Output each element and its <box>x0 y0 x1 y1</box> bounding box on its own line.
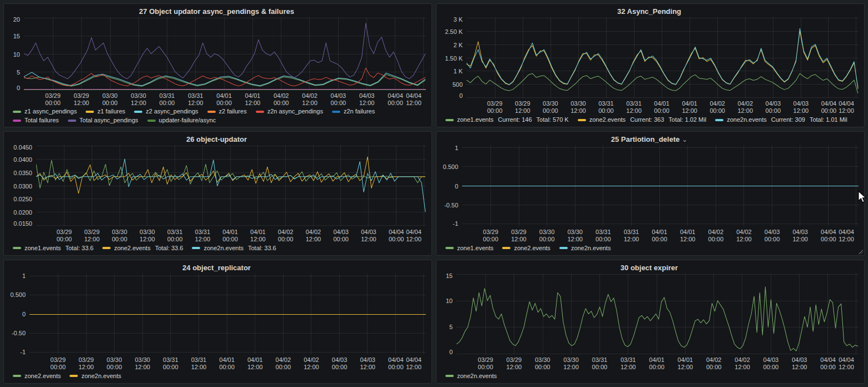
chart-area: -1-0.5000.5001 03/2900:0003/2912:0003/30… <box>7 274 426 371</box>
legend-item-z2-async-pendings[interactable]: z2 async_pendings <box>134 107 198 116</box>
panel-title-text: 24 object_replicator <box>182 264 251 272</box>
legend-item-z1-failures[interactable]: z1 failures <box>86 107 125 116</box>
panel-menu-chevron-icon[interactable]: ⌄ <box>682 136 687 143</box>
legend-item-zone2n-events[interactable]: zone2n.events <box>559 244 611 252</box>
x-tick-label: 03/3000:00 <box>538 100 563 115</box>
y-tick-label: 0.500 <box>443 163 458 170</box>
x-tick-label: 03/3000:00 <box>102 356 127 371</box>
y-tick-label: 0 <box>449 349 453 355</box>
legend-item-z2-failures[interactable]: z2 failures <box>207 107 247 116</box>
panel-title[interactable]: 27 Object updator async_pendings & failu… <box>7 6 426 17</box>
legend-item-z2n-failures[interactable]: z2n failures <box>332 107 375 116</box>
legend-stat-total: Total: 33.6 <box>65 244 93 252</box>
x-tick-label: 03/3112:00 <box>622 100 646 115</box>
panel-title[interactable]: 26 object-updator⌄ <box>7 133 426 145</box>
legend-item-z1-async-pendings[interactable]: z1 async_pendings <box>13 107 77 116</box>
legend-item-zone2-events[interactable]: zone2.events <box>502 244 550 252</box>
chart-canvas[interactable] <box>36 145 426 226</box>
legend-series-label: zone2n.events <box>727 116 767 124</box>
legend-item-zone1-events[interactable]: zone1.eventsCurrent: 146Total: 570 K <box>445 116 569 124</box>
x-tick-label: 03/3112:00 <box>186 356 211 371</box>
plot-area[interactable] <box>467 17 859 98</box>
legend-item-updater-failure-async[interactable]: updater-failure/async <box>147 116 216 125</box>
legend-series-label: z2 async_pendings <box>146 107 198 116</box>
legend: zone2n.events <box>440 371 859 382</box>
plot-area[interactable] <box>29 274 426 354</box>
y-tick-label: 0.0450 <box>13 144 32 151</box>
chart-canvas[interactable] <box>24 17 426 90</box>
legend-item-z2n-async-pendings[interactable]: z2n async_pendings <box>256 107 323 116</box>
y-tick-label: 2.50 K <box>445 28 463 35</box>
x-tick-label: 04/0212:00 <box>730 356 755 371</box>
legend-series-label: z2n failures <box>344 107 375 116</box>
legend-series-label: zone2n.events <box>457 372 497 380</box>
legend-series-label: zone2.events <box>589 116 626 124</box>
legend-series-swatch-icon <box>578 119 586 121</box>
x-tick-label: 03/2900:00 <box>478 229 503 243</box>
x-axis: 03/2900:0003/2912:0003/3000:0003/3012:00… <box>462 226 859 243</box>
chart-canvas[interactable] <box>457 274 859 354</box>
legend-series-label: zone1.events <box>24 244 61 252</box>
x-tick-label: 04/0412:00 <box>401 92 426 107</box>
x-tick-label: 04/0112:00 <box>673 356 697 371</box>
y-tick-label: 3 K <box>453 16 463 23</box>
x-tick-label: 03/2912:00 <box>507 229 531 243</box>
x-tick-label: 04/0300:00 <box>329 229 353 243</box>
y-tick-label: -0.50 <box>444 202 458 209</box>
legend-item-zone2n-events[interactable]: zone2n.eventsCurrent: 309Total: 1.01 Mil <box>715 116 847 124</box>
x-tick-label: 03/2900:00 <box>473 356 498 371</box>
plot-area[interactable] <box>457 274 859 354</box>
chart-canvas[interactable] <box>467 17 859 98</box>
x-tick-label: 03/3100:00 <box>594 100 618 115</box>
legend-item-zone2-events[interactable]: zone2.eventsTotal: 33.6 <box>102 244 183 252</box>
legend-series-swatch-icon <box>70 375 78 377</box>
y-tick-label: 1.50 K <box>445 55 463 62</box>
y-tick-label: 10 <box>13 51 20 58</box>
plot-area[interactable] <box>462 145 859 226</box>
chart-canvas[interactable] <box>462 145 859 226</box>
legend-item-total-failures[interactable]: Total failures <box>13 116 59 125</box>
legend-series-label: Total async_pendings <box>80 116 138 125</box>
x-tick-label: 04/0100:00 <box>644 356 669 371</box>
x-tick-label: 04/0312:00 <box>355 92 379 107</box>
legend-item-zone1-events[interactable]: zone1.events <box>445 244 493 252</box>
chart-area: 05101520 03/2900:0003/2912:0003/3000:000… <box>7 17 426 107</box>
legend-series-swatch-icon <box>134 111 142 113</box>
panel-title[interactable]: 25 Partiotion_delete⌄ <box>440 133 859 145</box>
panel-title[interactable]: 30 object expirer⌄ <box>440 262 859 274</box>
y-axis: 05101520 <box>7 17 24 90</box>
x-tick-label: 03/2912:00 <box>69 92 93 107</box>
x-tick-label: 03/2900:00 <box>483 100 507 115</box>
x-tick-label: 04/0412:00 <box>401 356 426 371</box>
legend-series-swatch-icon <box>559 247 568 249</box>
legend-item-zone2n-events[interactable]: zone2n.events <box>445 372 497 380</box>
legend-stat-total: Total: 1.01 Mil <box>810 116 847 124</box>
x-tick-label: 03/3000:00 <box>535 229 559 243</box>
legend-item-zone1-events[interactable]: zone1.eventsTotal: 33.6 <box>13 244 93 252</box>
legend-stat-current: Current: 363 <box>630 116 664 124</box>
x-tick-label: 03/3112:00 <box>616 356 641 371</box>
x-tick-label: 03/2912:00 <box>74 356 98 371</box>
y-tick-label: 0 <box>17 85 20 91</box>
legend-item-zone2-events[interactable]: zone2.events <box>13 372 61 380</box>
legend-series-label: zone1.events <box>457 116 493 124</box>
x-tick-label: 04/0312:00 <box>788 229 812 243</box>
legend-item-zone2n-events[interactable]: zone2n.events <box>70 372 121 380</box>
y-axis: 051015 <box>440 274 457 354</box>
legend-item-zone2-events[interactable]: zone2.eventsCurrent: 363Total: 1.02 Mil <box>578 116 706 124</box>
panel-title[interactable]: 24 object_replicator⌄ <box>7 262 426 274</box>
legend-series-label: zone2n.events <box>81 372 121 380</box>
legend-item-total-async-pendings[interactable]: Total async_pendings <box>68 116 138 125</box>
panel-title[interactable]: 32 Async_Pending⌄ <box>440 6 859 17</box>
plot-area[interactable] <box>36 145 426 226</box>
x-tick-label: 04/0212:00 <box>299 356 324 371</box>
legend-item-zone2n-events[interactable]: zone2n.eventsTotal: 33.6 <box>192 244 276 252</box>
x-tick-label: 04/0112:00 <box>677 100 702 115</box>
y-tick-label: 1 <box>22 272 26 279</box>
y-tick-label: 0 <box>459 92 463 99</box>
legend-series-label: zone1.events <box>457 244 493 252</box>
legend: zone2.eventszone2n.events <box>7 371 426 382</box>
plot-area[interactable] <box>24 17 426 90</box>
chart-canvas[interactable] <box>29 274 426 354</box>
panel-resize-handle[interactable] <box>858 249 863 254</box>
